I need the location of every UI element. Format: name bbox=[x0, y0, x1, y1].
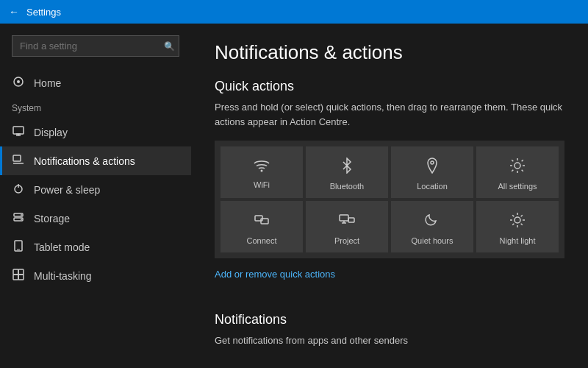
quick-action-project[interactable]: Project bbox=[306, 201, 388, 252]
svg-rect-18 bbox=[13, 275, 18, 280]
quick-action-allsettings[interactable]: All settings bbox=[476, 146, 559, 198]
svg-point-21 bbox=[431, 161, 434, 164]
page-title: Notifications & actions bbox=[215, 41, 564, 64]
quick-action-nightlight[interactable]: Night light bbox=[476, 201, 559, 252]
sidebar-item-tablet[interactable]: Tablet mode bbox=[0, 233, 191, 261]
sidebar: 🔍 Home System D bbox=[0, 24, 191, 368]
sidebar-item-notifications[interactable]: Notifications & actions bbox=[0, 146, 191, 175]
svg-point-20 bbox=[261, 169, 263, 171]
notifications-icon bbox=[12, 154, 25, 168]
sidebar-item-display[interactable]: Display bbox=[0, 118, 191, 146]
sidebar-item-notifications-label: Notifications & actions bbox=[34, 155, 135, 167]
content-area: Notifications & actions Quick actions Pr… bbox=[191, 24, 588, 368]
wifi-label: WiFi bbox=[254, 180, 270, 189]
notifications-description: Get notifications from apps and other se… bbox=[215, 333, 564, 348]
quick-actions-grid: WiFi Bluetooth Locati bbox=[215, 141, 564, 258]
allsettings-label: All settings bbox=[498, 182, 537, 191]
quick-action-bluetooth[interactable]: Bluetooth bbox=[306, 146, 388, 198]
project-icon bbox=[339, 212, 355, 232]
location-icon bbox=[426, 158, 439, 177]
sidebar-item-storage[interactable]: Storage bbox=[0, 204, 191, 233]
sidebar-item-multitasking-label: Multi-tasking bbox=[34, 270, 92, 282]
quiethours-icon bbox=[425, 212, 440, 232]
search-input[interactable] bbox=[12, 35, 179, 57]
sidebar-item-tablet-label: Tablet mode bbox=[34, 241, 90, 253]
svg-rect-2 bbox=[13, 127, 24, 134]
quick-action-location[interactable]: Location bbox=[391, 146, 473, 198]
svg-point-29 bbox=[514, 217, 520, 223]
sidebar-section-label: System bbox=[0, 97, 191, 118]
add-remove-link[interactable]: Add or remove quick actions bbox=[215, 269, 335, 280]
connect-label: Connect bbox=[247, 236, 277, 245]
project-label: Project bbox=[334, 236, 359, 245]
svg-rect-19 bbox=[18, 275, 24, 280]
quick-actions-description: Press and hold (or select) quick actions… bbox=[215, 100, 564, 129]
wifi-icon bbox=[254, 159, 270, 176]
home-icon bbox=[12, 76, 25, 90]
notifications-section: Notifications Get notifications from app… bbox=[215, 312, 564, 348]
back-button[interactable]: ← bbox=[9, 6, 19, 18]
quick-action-connect[interactable]: Connect bbox=[220, 201, 303, 252]
search-icon-button[interactable]: 🔍 bbox=[164, 41, 175, 52]
quick-actions-title: Quick actions bbox=[215, 79, 564, 94]
main-layout: 🔍 Home System D bbox=[0, 24, 588, 368]
notifications-title: Notifications bbox=[215, 312, 564, 328]
title-bar: ← Settings bbox=[0, 0, 588, 24]
sidebar-item-display-label: Display bbox=[34, 127, 68, 138]
storage-icon bbox=[12, 211, 25, 225]
annotation-arrow bbox=[191, 168, 198, 208]
bluetooth-icon bbox=[340, 158, 354, 177]
bluetooth-label: Bluetooth bbox=[330, 182, 364, 191]
svg-point-1 bbox=[17, 80, 20, 83]
sidebar-item-power[interactable]: Power & sleep bbox=[0, 175, 191, 204]
power-icon bbox=[12, 183, 25, 197]
sidebar-item-multitasking[interactable]: Multi-tasking bbox=[0, 261, 191, 290]
svg-point-13 bbox=[21, 219, 22, 220]
sidebar-item-home-label: Home bbox=[34, 77, 61, 89]
svg-rect-6 bbox=[13, 155, 21, 161]
quiethours-label: Quiet hours bbox=[412, 236, 453, 245]
search-box: 🔍 bbox=[12, 35, 179, 57]
tablet-icon bbox=[12, 240, 25, 254]
svg-rect-16 bbox=[13, 269, 18, 275]
sidebar-item-home[interactable]: Home bbox=[0, 68, 191, 97]
quick-action-quiethours[interactable]: Quiet hours bbox=[391, 201, 473, 252]
allsettings-icon bbox=[509, 158, 526, 177]
multitasking-icon bbox=[12, 269, 25, 283]
svg-rect-28 bbox=[348, 218, 354, 222]
location-label: Location bbox=[417, 182, 448, 191]
connect-icon bbox=[254, 212, 270, 232]
display-icon bbox=[12, 125, 25, 139]
sidebar-item-storage-label: Storage bbox=[34, 213, 70, 224]
svg-point-22 bbox=[514, 163, 520, 169]
svg-rect-17 bbox=[18, 269, 24, 275]
nightlight-icon bbox=[509, 212, 526, 232]
quick-action-wifi[interactable]: WiFi bbox=[220, 146, 303, 198]
svg-rect-25 bbox=[340, 215, 348, 221]
title-bar-title: Settings bbox=[26, 7, 61, 18]
svg-point-12 bbox=[21, 214, 22, 216]
nightlight-label: Night light bbox=[500, 236, 536, 245]
sidebar-item-power-label: Power & sleep bbox=[34, 184, 100, 196]
